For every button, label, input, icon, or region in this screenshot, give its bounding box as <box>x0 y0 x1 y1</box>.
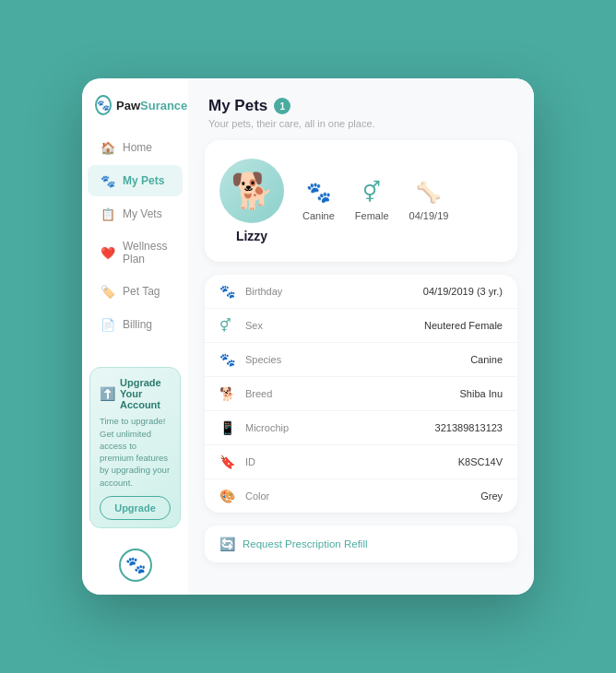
sidebar: 🐾 PawSurance 🏠 Home 🐾 My Pets 📋 My Vets … <box>82 78 188 595</box>
sex-icon: ⚥ <box>362 181 381 205</box>
sidebar-item-wellness-plan[interactable]: ❤️ Wellness Plan <box>88 231 183 274</box>
upgrade-title: Upgrade Your Account <box>120 377 171 410</box>
upgrade-description: Time to upgrade! Get unlimited access to… <box>100 415 171 489</box>
heart-icon: ❤️ <box>101 245 115 260</box>
upgrade-box-header: ⬆️ Upgrade Your Account <box>100 377 171 410</box>
sidebar-item-home[interactable]: 🏠 Home <box>88 132 183 163</box>
sidebar-item-label: My Pets <box>123 174 164 187</box>
sidebar-item-label: My Vets <box>123 207 162 220</box>
detail-row-sex: ⚥ Sex Neutered Female <box>205 309 517 343</box>
pet-avatar-wrap: 🐕 Lizzy <box>219 159 284 243</box>
upgrade-button[interactable]: Upgrade <box>100 496 171 520</box>
birthday-icon: 🐾 <box>219 284 236 299</box>
pet-attr-sex: ⚥ Female <box>355 181 389 221</box>
sidebar-item-pet-tag[interactable]: 🏷️ Pet Tag <box>88 276 183 307</box>
color-value: Grey <box>480 490 503 502</box>
detail-row-species: 🐾 Species Canine <box>205 343 517 377</box>
species-detail-icon: 🐾 <box>219 352 236 367</box>
paw-icon: 🐾 <box>101 173 115 188</box>
logo-icon: 🐾 <box>95 95 112 115</box>
pet-name: Lizzy <box>236 229 267 243</box>
tag-icon: 🏷️ <box>101 284 115 299</box>
page-subtitle: Your pets, their care, all in one place. <box>208 118 514 129</box>
pet-count-badge: 1 <box>274 98 290 114</box>
id-value: K8SC14V <box>458 456 503 467</box>
sidebar-item-label: Home <box>123 141 152 154</box>
microchip-icon: 📱 <box>219 420 236 435</box>
birthday-label: Birthday <box>245 286 414 297</box>
upgrade-box: ⬆️ Upgrade Your Account Time to upgrade!… <box>89 367 181 528</box>
species-label: Canine <box>302 210 335 221</box>
species-detail-value: Canine <box>470 354 503 365</box>
pet-card: 🐕 Lizzy 🐾 Canine ⚥ Female 🦴 04/19/19 <box>205 140 517 262</box>
id-label: ID <box>245 456 449 467</box>
dob-icon: 🦴 <box>416 181 441 205</box>
sidebar-item-label: Wellness Plan <box>123 240 170 266</box>
prescription-icon: 🔄 <box>219 537 235 551</box>
sidebar-item-label: Billing <box>123 318 152 331</box>
sex-label: Female <box>355 210 389 221</box>
sidebar-paw-icon: 🐾 <box>119 549 152 582</box>
color-label: Color <box>245 490 471 502</box>
billing-icon: 📄 <box>101 317 115 332</box>
detail-row-microchip: 📱 Microchip 321389813123 <box>205 411 517 445</box>
microchip-value: 321389813123 <box>435 422 503 433</box>
birthday-value: 04/19/2019 (3 yr.) <box>423 286 503 297</box>
detail-row-color: 🎨 Color Grey <box>205 479 517 513</box>
detail-row-birthday: 🐾 Birthday 04/19/2019 (3 yr.) <box>205 275 517 309</box>
sidebar-item-my-vets[interactable]: 📋 My Vets <box>88 198 183 230</box>
upgrade-icon: ⬆️ <box>100 386 115 401</box>
main-header: My Pets 1 Your pets, their care, all in … <box>188 78 534 140</box>
sidebar-item-my-pets[interactable]: 🐾 My Pets <box>88 165 183 196</box>
sidebar-bottom: 🐾 <box>82 539 188 595</box>
sidebar-item-billing[interactable]: 📄 Billing <box>88 309 183 340</box>
sex-detail-value: Neutered Female <box>424 320 503 331</box>
home-icon: 🏠 <box>101 140 115 155</box>
breed-label: Breed <box>245 388 451 399</box>
main-content: My Pets 1 Your pets, their care, all in … <box>188 78 534 595</box>
logo-text: PawSurance <box>116 99 187 112</box>
id-icon: 🔖 <box>219 455 236 469</box>
sex-detail-label: Sex <box>245 320 415 331</box>
prescription-row[interactable]: 🔄 Request Prescription Refill <box>205 525 517 562</box>
dog-image: 🐕 <box>231 171 274 211</box>
sidebar-nav: 🏠 Home 🐾 My Pets 📋 My Vets ❤️ Wellness P… <box>82 132 188 358</box>
app-logo: 🐾 PawSurance <box>82 95 188 132</box>
pet-attr-dob: 🦴 04/19/19 <box>409 181 449 221</box>
app-window: 🐾 PawSurance 🏠 Home 🐾 My Pets 📋 My Vets … <box>82 78 534 595</box>
sidebar-item-label: Pet Tag <box>123 285 160 298</box>
detail-row-id: 🔖 ID K8SC14V <box>205 445 517 479</box>
breed-icon: 🐕 <box>219 386 236 401</box>
page-title-row: My Pets 1 <box>208 97 514 115</box>
species-icon: 🐾 <box>306 181 331 205</box>
pet-attr-species: 🐾 Canine <box>302 181 335 221</box>
color-icon: 🎨 <box>219 489 236 503</box>
page-title: My Pets <box>208 97 267 115</box>
pet-details-card: 🐾 Birthday 04/19/2019 (3 yr.) ⚥ Sex Neut… <box>205 275 517 513</box>
prescription-link[interactable]: Request Prescription Refill <box>243 538 368 549</box>
sex-detail-icon: ⚥ <box>219 318 236 333</box>
pet-avatar: 🐕 <box>219 159 284 223</box>
breed-value: Shiba Inu <box>460 388 503 399</box>
pet-attributes: 🐾 Canine ⚥ Female 🦴 04/19/19 <box>302 181 503 221</box>
detail-row-breed: 🐕 Breed Shiba Inu <box>205 377 517 411</box>
microchip-label: Microchip <box>245 422 426 433</box>
species-detail-label: Species <box>245 354 461 365</box>
dob-label: 04/19/19 <box>409 210 449 221</box>
vets-icon: 📋 <box>101 207 115 221</box>
